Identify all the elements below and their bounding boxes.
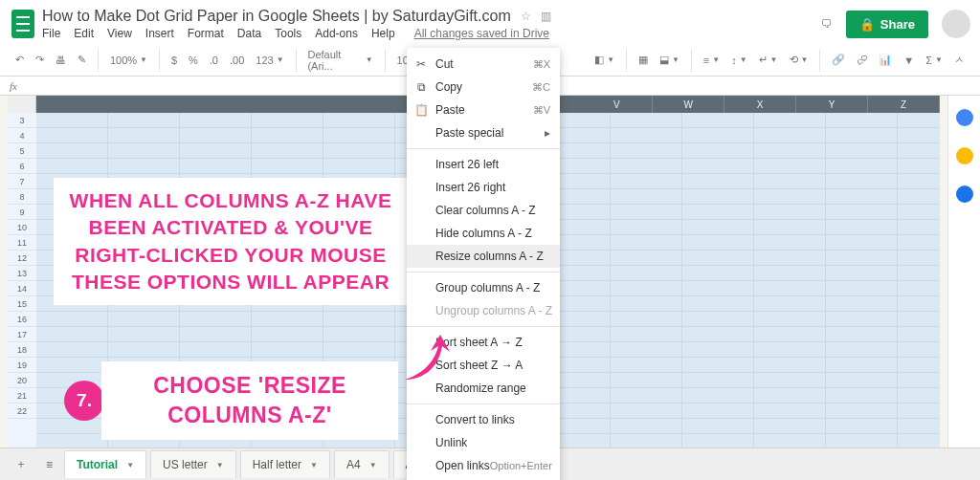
insert-chart-button[interactable]: 📊 xyxy=(875,49,896,72)
collapse-toolbar-button[interactable]: ㅅ xyxy=(950,49,969,72)
row-header[interactable]: 3 xyxy=(8,113,36,128)
paint-format-button[interactable]: ✎ xyxy=(74,49,90,72)
percent-button[interactable]: % xyxy=(185,49,202,72)
row-header[interactable]: 19 xyxy=(8,358,36,373)
sheet-tab-half-letter[interactable]: Half letter▼ xyxy=(240,450,330,478)
ctx-open-links[interactable]: Open linksOption+Enter xyxy=(407,454,560,477)
currency-button[interactable]: $ xyxy=(167,49,181,72)
menu-tools[interactable]: Tools xyxy=(275,27,301,40)
select-all-corner[interactable] xyxy=(8,96,36,113)
zoom-dropdown[interactable]: 100%▼ xyxy=(106,49,151,72)
insert-comment-button[interactable]: 🗪 xyxy=(853,49,871,72)
column-header-z[interactable]: Z xyxy=(868,96,940,113)
text-wrap-button[interactable]: ↵▼ xyxy=(755,49,782,72)
ctx-insert-left[interactable]: Insert 26 left xyxy=(407,153,560,176)
vertical-align-button[interactable]: ↕▼ xyxy=(727,49,750,72)
tasks-icon[interactable] xyxy=(956,185,973,203)
menu-addons[interactable]: Add-ons xyxy=(315,27,358,40)
menu-help[interactable]: Help xyxy=(371,27,395,40)
row-header[interactable]: 11 xyxy=(8,235,36,251)
borders-button[interactable]: ▦ xyxy=(635,49,652,72)
calendar-icon[interactable] xyxy=(956,109,973,126)
row-header[interactable]: 12 xyxy=(8,251,36,266)
row-header[interactable]: 20 xyxy=(8,373,36,388)
row-header[interactable]: 10 xyxy=(8,220,36,235)
ctx-hide-columns[interactable]: Hide columns A - Z xyxy=(407,222,560,245)
ctx-paste[interactable]: 📋Paste⌘V xyxy=(407,98,560,121)
filter-button[interactable]: ▼ xyxy=(900,49,918,72)
ctx-group-columns[interactable]: Group columns A - Z xyxy=(407,276,560,299)
row-header[interactable]: 21 xyxy=(8,388,36,404)
print-button[interactable]: 🖶 xyxy=(52,49,70,72)
increase-decimal-button[interactable]: .00 xyxy=(226,49,248,72)
tab-menu-icon[interactable]: ▼ xyxy=(310,461,318,469)
tab-menu-icon[interactable]: ▼ xyxy=(126,461,134,469)
ctx-convert-links[interactable]: Convert to links xyxy=(407,408,560,431)
ctx-cut[interactable]: ✂Cut⌘X xyxy=(407,53,560,76)
column-header-y[interactable]: Y xyxy=(796,96,868,113)
add-sheet-button[interactable]: ＋ xyxy=(8,452,34,476)
sheets-logo-icon[interactable] xyxy=(11,10,34,38)
row-header[interactable]: 14 xyxy=(8,281,36,296)
move-folder-icon[interactable]: ▥ xyxy=(541,10,551,23)
decrease-decimal-button[interactable]: .0 xyxy=(206,49,222,72)
undo-button[interactable]: ↶ xyxy=(11,49,28,72)
fx-label: fx xyxy=(10,80,17,92)
font-dropdown[interactable]: Default (Ari...▼ xyxy=(303,49,376,72)
menu-insert[interactable]: Insert xyxy=(145,27,174,40)
row-header[interactable]: 16 xyxy=(8,312,36,327)
document-title[interactable]: How to Make Dot Grid Paper in Google She… xyxy=(42,8,511,25)
ctx-resize-columns[interactable]: Resize columns A - Z xyxy=(407,245,560,268)
sheet-tab-tutorial[interactable]: Tutorial▼ xyxy=(64,450,146,478)
save-status[interactable]: All changes saved in Drive xyxy=(414,27,549,40)
merge-button[interactable]: ⬓▼ xyxy=(656,49,683,72)
star-icon[interactable]: ☆ xyxy=(521,10,531,23)
all-sheets-button[interactable]: ≡ xyxy=(38,454,60,475)
row-header[interactable]: 9 xyxy=(8,205,36,220)
menu-data[interactable]: Data xyxy=(237,27,261,40)
column-header-w[interactable]: W xyxy=(653,96,724,113)
row-header[interactable]: 15 xyxy=(8,296,36,312)
redo-button[interactable]: ↷ xyxy=(32,49,48,72)
account-avatar[interactable] xyxy=(942,10,970,38)
tab-menu-icon[interactable]: ▼ xyxy=(369,461,377,469)
separator xyxy=(98,49,99,72)
copy-icon: ⧉ xyxy=(414,80,428,94)
menu-format[interactable]: Format xyxy=(188,27,224,40)
column-header-x[interactable]: X xyxy=(724,96,796,113)
ctx-unlink[interactable]: Unlink xyxy=(407,431,560,454)
arrow-icon xyxy=(400,327,457,384)
column-header-v[interactable]: V xyxy=(581,96,653,113)
row-header[interactable]: 17 xyxy=(8,327,36,342)
more-formats-dropdown[interactable]: 123▼ xyxy=(252,49,287,72)
text-rotation-button[interactable]: ⟲▼ xyxy=(786,49,813,72)
row-header[interactable]: 4 xyxy=(8,128,36,143)
ctx-paste-special[interactable]: Paste special▸ xyxy=(407,121,560,144)
row-header[interactable]: 7 xyxy=(8,174,36,189)
sheet-tab-a4[interactable]: A4▼ xyxy=(334,450,390,478)
row-header[interactable]: 18 xyxy=(8,342,36,358)
insert-link-button[interactable]: 🔗 xyxy=(828,49,849,72)
menu-file[interactable]: File xyxy=(42,27,60,40)
ctx-clear-columns[interactable]: Clear columns A - Z xyxy=(407,199,560,222)
row-headers[interactable]: 3 4 5 6 7 8 9 10 11 12 13 14 15 16 17 18 xyxy=(8,113,36,449)
keep-icon[interactable] xyxy=(956,147,973,164)
menu-edit[interactable]: Edit xyxy=(74,27,94,40)
horizontal-align-button[interactable]: ≡▼ xyxy=(700,49,724,72)
functions-button[interactable]: Σ▼ xyxy=(922,49,947,72)
share-button[interactable]: 🔒 Share xyxy=(846,11,928,38)
row-header[interactable]: 5 xyxy=(8,143,36,159)
ctx-insert-right[interactable]: Insert 26 right xyxy=(407,176,560,199)
row-header[interactable]: 6 xyxy=(8,159,36,174)
comments-icon[interactable]: 🗨 xyxy=(821,17,833,31)
fill-color-button[interactable]: ◧▼ xyxy=(590,49,618,72)
lock-icon: 🔒 xyxy=(859,17,875,32)
row-header[interactable]: 22 xyxy=(8,404,36,419)
sheet-tab-us-letter[interactable]: US letter▼ xyxy=(150,450,236,478)
tab-menu-icon[interactable]: ▼ xyxy=(216,461,224,469)
ctx-copy[interactable]: ⧉Copy⌘C xyxy=(407,76,560,98)
row-header[interactable]: 8 xyxy=(8,189,36,205)
menu-view[interactable]: View xyxy=(107,27,132,40)
row-header[interactable]: 13 xyxy=(8,266,36,281)
submenu-arrow-icon: ▸ xyxy=(545,126,550,140)
